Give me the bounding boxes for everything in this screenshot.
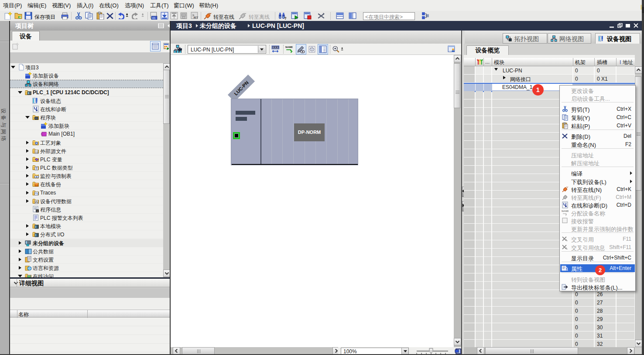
svg-text:?: ? <box>284 16 287 20</box>
svg-text:01: 01 <box>152 17 156 20</box>
svg-text:NAME: NAME <box>285 46 293 48</box>
svg-text:i: i <box>37 210 38 212</box>
svg-text:01: 01 <box>35 151 38 154</box>
svg-text:RT: RT <box>194 16 199 20</box>
svg-text:NAME: NAME <box>562 210 569 212</box>
